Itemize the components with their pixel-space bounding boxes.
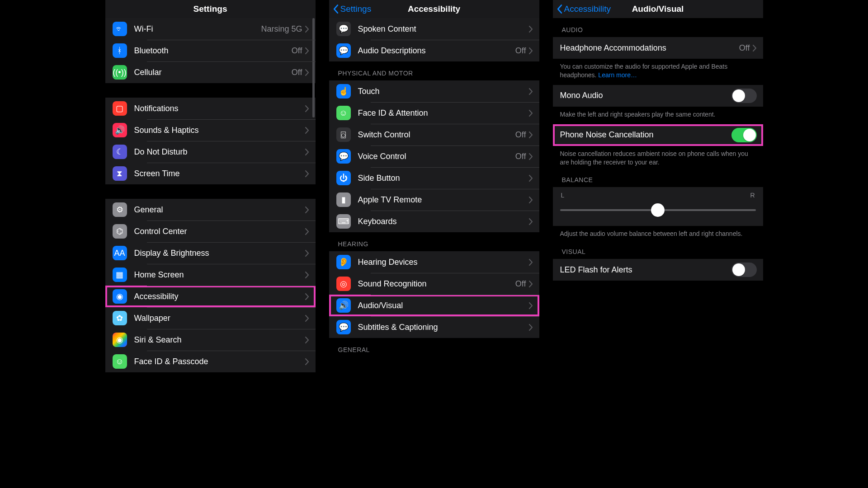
settings-row-keyboards[interactable]: ⌨Keyboards xyxy=(329,211,539,232)
chevron-right-icon xyxy=(529,131,533,138)
row-value: Narsing 5G xyxy=(261,24,302,34)
row-label: Side Button xyxy=(358,174,529,183)
row-label: Face ID & Passcode xyxy=(134,357,305,366)
row-label: Control Center xyxy=(134,227,305,236)
row-label: Screen Time xyxy=(134,169,305,178)
row-label: Home Screen xyxy=(134,270,305,280)
settings-row-sounds-haptics[interactable]: 🔊Sounds & Haptics xyxy=(105,119,316,141)
settings-row-notifications[interactable]: ▢Notifications xyxy=(105,98,316,119)
audiovisual-pane: Accessibility Audio/Visual AUDIO Headpho… xyxy=(553,0,763,488)
chevron-right-icon xyxy=(529,88,533,95)
phone-noise-cancellation-row[interactable]: Phone Noise Cancellation xyxy=(553,124,763,146)
aa-icon: AA xyxy=(113,246,127,260)
settings-row-spoken-content[interactable]: 💬Spoken Content xyxy=(329,18,539,40)
row-label: Display & Brightness xyxy=(134,249,305,258)
chevron-right-icon xyxy=(529,281,533,287)
headphone-accommodations-row[interactable]: Headphone Accommodations Off xyxy=(553,37,763,59)
chevron-right-icon xyxy=(305,127,309,134)
settings-row-apple-tv-remote[interactable]: ▮Apple TV Remote xyxy=(329,189,539,211)
row-label: Cellular xyxy=(134,68,292,77)
moon-icon: ☾ xyxy=(113,145,127,159)
back-button[interactable]: Settings xyxy=(333,4,372,14)
row-value: Off xyxy=(515,130,526,140)
accessibility-header: Settings Accessibility xyxy=(329,0,539,18)
settings-row-display-brightness[interactable]: AADisplay & Brightness xyxy=(105,242,316,264)
settings-row-do-not-disturb[interactable]: ☾Do Not Disturb xyxy=(105,141,316,163)
bt-icon: ᚼ xyxy=(113,43,127,58)
settings-row-switch-control[interactable]: ⌼Switch ControlOff xyxy=(329,124,539,145)
settings-row-home-screen[interactable]: ▦Home Screen xyxy=(105,264,316,286)
settings-row-siri-search[interactable]: ◉Siri & Search xyxy=(105,329,316,351)
settings-row-touch[interactable]: ☝Touch xyxy=(329,80,539,102)
settings-row-control-center[interactable]: ⌬Control Center xyxy=(105,221,316,242)
settings-row-face-id-attention[interactable]: ☺Face ID & Attention xyxy=(329,102,539,124)
chevron-right-icon xyxy=(529,47,533,54)
section-header-audio: AUDIO xyxy=(553,18,763,37)
section-header: GENERAL xyxy=(329,338,539,357)
row-label: Sounds & Haptics xyxy=(134,126,305,135)
chevron-right-icon xyxy=(305,315,309,322)
learn-more-link[interactable]: Learn more… xyxy=(598,71,637,79)
settings-row-wallpaper[interactable]: ✿Wallpaper xyxy=(105,307,316,329)
chevron-right-icon xyxy=(529,153,533,160)
settings-row-face-id-passcode[interactable]: ☺Face ID & Passcode xyxy=(105,351,316,372)
settings-row-audio-descriptions[interactable]: 💬Audio DescriptionsOff xyxy=(329,40,539,61)
settings-row-accessibility[interactable]: ◉Accessibility xyxy=(105,286,316,307)
settings-row-side-button[interactable]: ⏻Side Button xyxy=(329,167,539,189)
row-value: Off xyxy=(515,46,526,56)
led-flash-row[interactable]: LED Flash for Alerts xyxy=(553,259,763,281)
row-label: Spoken Content xyxy=(358,24,529,34)
row-value: Off xyxy=(292,68,302,77)
page-title: Audio/Visual xyxy=(632,4,684,14)
back-button[interactable]: Accessibility xyxy=(557,4,611,14)
speaker-icon: 🔊 xyxy=(113,123,127,137)
bubble-icon: 💬 xyxy=(336,22,351,36)
balance-left-label: L xyxy=(561,192,565,199)
row-label: Wi-Fi xyxy=(134,24,261,34)
power-icon: ⏻ xyxy=(336,171,351,185)
chevron-right-icon xyxy=(305,69,309,76)
chevron-right-icon xyxy=(305,228,309,235)
chevron-right-icon xyxy=(305,272,309,278)
gear-icon: ⚙ xyxy=(113,202,127,217)
settings-row-wi-fi[interactable]: ᯤWi-FiNarsing 5G xyxy=(105,18,316,40)
slider-thumb[interactable] xyxy=(651,203,665,217)
voice-icon: 💬 xyxy=(336,149,351,164)
settings-row-bluetooth[interactable]: ᚼBluetoothOff xyxy=(105,40,316,61)
row-label: Do Not Disturb xyxy=(134,147,305,157)
chevron-right-icon xyxy=(305,358,309,365)
settings-row-screen-time[interactable]: ⧗Screen Time xyxy=(105,163,316,184)
row-label: Hearing Devices xyxy=(358,258,529,267)
chevron-right-icon xyxy=(529,218,533,225)
led-flash-toggle[interactable] xyxy=(731,263,757,277)
row-label: General xyxy=(134,205,305,215)
settings-header: Settings xyxy=(105,0,316,18)
back-label: Accessibility xyxy=(564,4,611,14)
row-label: Subtitles & Captioning xyxy=(358,323,529,332)
chevron-right-icon xyxy=(529,175,533,182)
row-label: Touch xyxy=(358,87,529,96)
row-value: Off xyxy=(515,279,526,289)
access-icon: ◉ xyxy=(113,289,127,304)
settings-row-audio-visual[interactable]: 🔊Audio/Visual xyxy=(329,295,539,316)
settings-row-hearing-devices[interactable]: 👂Hearing Devices xyxy=(329,251,539,273)
section-header: HEARING xyxy=(329,232,539,251)
settings-row-sound-recognition[interactable]: ◎Sound RecognitionOff xyxy=(329,273,539,295)
antenna-icon: ((•)) xyxy=(113,65,127,80)
chevron-left-icon xyxy=(333,4,339,14)
balance-slider[interactable] xyxy=(560,203,756,217)
settings-row-cellular[interactable]: ((•))CellularOff xyxy=(105,61,316,83)
settings-row-general[interactable]: ⚙General xyxy=(105,199,316,221)
mono-audio-toggle[interactable] xyxy=(731,89,757,103)
row-label: LED Flash for Alerts xyxy=(560,265,731,275)
phone-noise-cancellation-toggle[interactable] xyxy=(731,128,757,142)
cc-icon: 💬 xyxy=(336,320,351,334)
audiovisual-header: Accessibility Audio/Visual xyxy=(553,0,763,18)
settings-row-voice-control[interactable]: 💬Voice ControlOff xyxy=(329,145,539,167)
chevron-right-icon xyxy=(305,293,309,300)
settings-row-subtitles-captioning[interactable]: 💬Subtitles & Captioning xyxy=(329,316,539,338)
chevron-right-icon xyxy=(305,337,309,343)
mono-audio-row[interactable]: Mono Audio xyxy=(553,85,763,107)
section-header: PHYSICAL AND MOTOR xyxy=(329,61,539,80)
row-label: Phone Noise Cancellation xyxy=(560,130,731,140)
